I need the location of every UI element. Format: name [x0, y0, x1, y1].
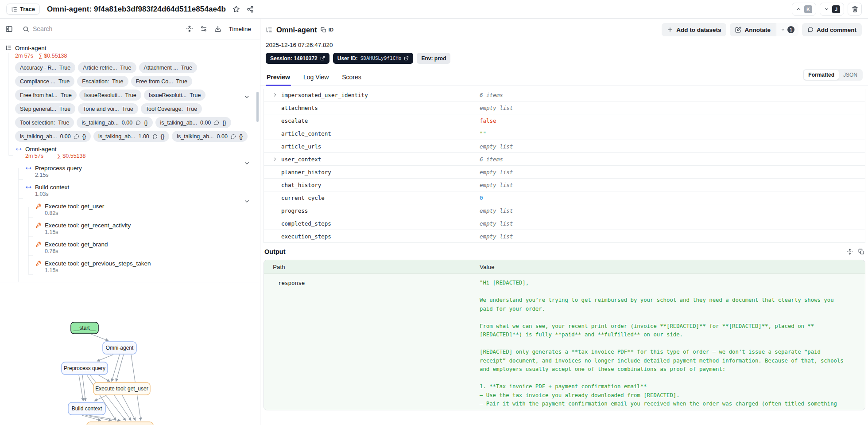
graph-node-build-context[interactable]: Build context [68, 402, 105, 415]
output-path-header: Path [264, 264, 480, 270]
detail-actions: Add to datasets Annotate 1 [662, 23, 862, 36]
score-badges: Accuracy - R...True Article retrie...Tru… [15, 62, 249, 142]
collapse-sidebar-icon[interactable] [5, 25, 13, 33]
score-badge[interactable]: Article retrie...True [78, 62, 136, 73]
score-badge[interactable]: Accuracy - R...True [15, 62, 75, 73]
tree-span-get-previous-steps-taken[interactable]: Execute tool: get_previous_steps_taken [35, 260, 260, 267]
tree-span-build-context[interactable]: Build context [26, 183, 260, 191]
kv-row[interactable]: progress empty list [264, 204, 865, 217]
expand-row-chevron[interactable] [272, 92, 278, 97]
next-trace-button[interactable]: J [820, 3, 844, 16]
graph-node-start[interactable]: __start__ [71, 322, 98, 334]
kv-row[interactable]: execution_steps empty list [264, 230, 865, 243]
collapse-scores-chevron[interactable] [244, 94, 250, 100]
collapse-all-icon[interactable] [186, 25, 193, 32]
search-input[interactable] [33, 25, 121, 32]
kv-row[interactable]: escalate false [264, 114, 865, 127]
score-badge[interactable]: is_talking_ab...0.00{} [172, 131, 248, 142]
delete-trace-button[interactable] [848, 3, 862, 16]
shortcut-k-badge: K [804, 5, 812, 13]
prev-trace-button[interactable]: K [792, 3, 816, 16]
annotate-button[interactable]: Annotate [730, 23, 776, 36]
sidebar-header: Timeline [0, 19, 260, 39]
annotate-dropdown-button[interactable]: 1 [776, 23, 798, 36]
detail-tabs: Preview Log View Scores Formatted JSON [260, 69, 868, 86]
trace-span-tree: Omni-agent 2m 57s ∑ $0.55138 Accuracy - … [0, 39, 260, 282]
output-path-cell: response [264, 274, 480, 410]
svg-text:__start__: __start__ [73, 325, 96, 331]
copy-output-icon[interactable] [858, 249, 864, 255]
tree-span-get-brand[interactable]: Execute tool: get_brand [35, 241, 260, 248]
agent-graph-panel: __start__ Omni-agent Preprocess query Ex… [0, 282, 260, 425]
score-badge[interactable]: is_talking_ab...0.00{} [15, 131, 91, 142]
user-id-badge[interactable]: User ID: SDAHUSLy9f1CHo [333, 53, 414, 64]
graph-node-get-user[interactable]: Execute tool: get_user [93, 382, 150, 395]
timeline-toggle[interactable]: Timeline [229, 26, 251, 32]
top-bar: Trace Omni-agent: 9f4a81eb3df983f24d64d5… [0, 0, 868, 19]
root-duration: 2m 57s [15, 53, 33, 59]
tab-scores[interactable]: Scores [341, 74, 362, 86]
score-badge[interactable]: Compliance ...True [15, 76, 74, 87]
trace-meta-badges: Session: 14910372 User ID: SDAHUSLy9f1CH… [266, 53, 862, 64]
kv-row[interactable]: planner_history empty list [264, 166, 865, 179]
add-comment-button[interactable]: Add comment [802, 23, 862, 36]
collapse-agent-chevron[interactable] [244, 160, 250, 167]
score-badge[interactable]: Tone and voi...True [78, 103, 138, 114]
score-badge[interactable]: is_talking_ab...0.00{} [77, 117, 152, 128]
tree-span-omni-agent[interactable]: Omni-agent [16, 145, 260, 152]
tab-log-view[interactable]: Log View [302, 74, 329, 86]
score-badge[interactable]: Tool Coverage:True [141, 103, 202, 114]
span-duration: 2.15s [35, 172, 260, 179]
score-badge[interactable]: Free from Co...True [131, 76, 192, 87]
score-badge[interactable]: Escalation:True [77, 76, 128, 87]
tree-span-preprocess-query[interactable]: Preprocess query [26, 164, 260, 172]
trace-tree-icon [11, 6, 17, 12]
tree-root-row[interactable]: Omni-agent [5, 44, 260, 52]
output-response-row[interactable]: response "Hi [REDACTED], We understand y… [264, 274, 865, 410]
session-badge[interactable]: Session: 14910372 [266, 53, 329, 64]
share-icon[interactable] [247, 6, 254, 13]
expand-row-chevron[interactable] [272, 156, 278, 162]
span-duration: 0.76s [45, 248, 260, 255]
tree-span-get-recent-activity[interactable]: Execute tool: get_recent_activity [35, 222, 260, 229]
display-settings-icon[interactable] [200, 25, 207, 32]
copy-id-icon[interactable] [321, 27, 326, 33]
comment-icon [807, 27, 814, 33]
search-box[interactable] [23, 25, 179, 32]
trace-detail-panel: Omni-agent ID Add to datasets Annotate [260, 19, 868, 425]
score-badge[interactable]: IssueResoluti...True [79, 90, 141, 101]
score-badge[interactable]: Attachment ...True [139, 62, 197, 73]
graph-node-preprocess-query[interactable]: Preprocess query [62, 362, 108, 374]
score-badge[interactable]: Free from hal...True [15, 90, 77, 101]
format-formatted[interactable]: Formatted [804, 70, 839, 80]
graph-node-omni-agent[interactable]: Omni-agent [103, 342, 136, 354]
tool-wrench-icon [35, 222, 41, 228]
kv-row[interactable]: article_urls empty list [264, 140, 865, 153]
score-badge[interactable]: IssueResoluti...True [144, 90, 206, 101]
kv-row[interactable]: chat_history empty list [264, 179, 865, 191]
score-badge[interactable]: is_talking_ab...1.00{} [93, 131, 169, 142]
kv-row[interactable]: article_content "" [264, 127, 865, 140]
graph-node-partial[interactable] [87, 422, 153, 425]
span-duration: 1.03s [35, 191, 260, 198]
sidebar-scrollbar[interactable] [256, 92, 259, 122]
tree-span-get-user[interactable]: Execute tool: get_user [35, 203, 260, 210]
id-label[interactable]: ID [329, 27, 334, 32]
bookmark-star-icon[interactable] [232, 5, 240, 13]
kv-row[interactable]: attachments empty list [264, 101, 865, 114]
kv-row[interactable]: completed_steps empty list [264, 217, 865, 230]
trace-tree-icon [5, 45, 12, 51]
format-json[interactable]: JSON [839, 70, 862, 80]
kv-row[interactable]: impersonated_user_identity 6 items [264, 89, 865, 101]
tab-preview[interactable]: Preview [266, 74, 291, 86]
kv-row[interactable]: current_cycle 0 [264, 191, 865, 204]
expand-output-icon[interactable] [847, 249, 853, 255]
score-badge[interactable]: is_talking_ab...0.00{} [155, 117, 231, 128]
collapse-build-context-chevron[interactable] [244, 198, 250, 205]
comment-icon [152, 134, 158, 139]
download-icon[interactable] [214, 25, 221, 32]
score-badge[interactable]: Step generat...True [15, 103, 75, 114]
kv-row[interactable]: user_context 6 items [264, 153, 865, 166]
add-to-datasets-button[interactable]: Add to datasets [662, 23, 726, 36]
score-badge[interactable]: Tool selection:True [15, 117, 74, 128]
